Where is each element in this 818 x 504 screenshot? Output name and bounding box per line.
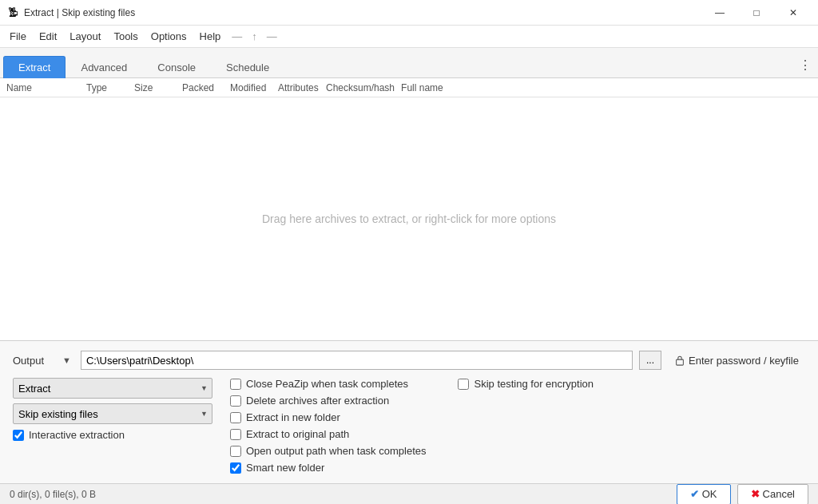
output-row: Output ▼ ... Enter password / keyfile: [13, 351, 805, 370]
menu-sep2: ↑: [247, 30, 262, 42]
delete-archives-checkbox[interactable]: [230, 395, 241, 407]
svg-rect-0: [677, 359, 684, 365]
open-output-label[interactable]: Open output path when task completes: [246, 445, 426, 457]
menu-tools[interactable]: Tools: [107, 27, 144, 46]
interactive-extraction-checkbox[interactable]: [13, 430, 24, 441]
extract-original-path-label[interactable]: Extract to original path: [246, 428, 349, 440]
output-label: Output: [13, 355, 53, 367]
window-controls: — □ ✕: [701, 0, 812, 26]
ok-label: OK: [702, 488, 717, 500]
menu-layout[interactable]: Layout: [63, 27, 107, 46]
col-type[interactable]: Type: [86, 82, 134, 93]
tab-schedule[interactable]: Schedule: [211, 56, 284, 78]
cancel-button[interactable]: ✖ Cancel: [737, 484, 808, 505]
close-peazip-checkbox[interactable]: [230, 379, 241, 390]
existing-dropdown-wrapper: Skip existing files Overwrite existing f…: [13, 403, 212, 424]
status-bar: 0 dir(s), 0 file(s), 0 B ✔ OK ✖ Cancel: [0, 483, 818, 504]
menu-sep3: —: [262, 30, 282, 42]
title-bar: 🗜 Extract | Skip existing files — □ ✕: [0, 0, 818, 26]
interactive-extraction-label[interactable]: Interactive extraction: [29, 429, 125, 441]
col-size[interactable]: Size: [134, 82, 182, 93]
menu-options[interactable]: Options: [145, 27, 193, 46]
menu-file[interactable]: File: [3, 27, 33, 46]
skip-testing-checkbox[interactable]: [458, 379, 469, 390]
minimize-button[interactable]: —: [701, 0, 738, 26]
ok-check-icon: ✔: [690, 488, 699, 500]
tab-console[interactable]: Console: [142, 56, 211, 78]
col-packed[interactable]: Packed: [182, 82, 230, 93]
password-button[interactable]: Enter password / keyfile: [668, 353, 805, 368]
drag-hint-text: Drag here archives to extract, or right-…: [262, 212, 556, 225]
tab-extract[interactable]: Extract: [3, 56, 66, 78]
window-title: Extract | Skip existing files: [24, 7, 701, 18]
right-col-2: Skip testing for encryption: [458, 378, 594, 474]
close-button[interactable]: ✕: [775, 0, 812, 26]
extract-original-path-checkbox[interactable]: [230, 429, 241, 440]
delete-archives-label[interactable]: Delete archives after extraction: [246, 395, 389, 407]
skip-testing-label[interactable]: Skip testing for encryption: [474, 378, 594, 390]
close-peazip-row: Close PeaZip when task completes: [230, 378, 426, 390]
col-modified[interactable]: Modified: [230, 82, 278, 93]
action-buttons: ✔ OK ✖ Cancel: [677, 484, 808, 505]
menu-edit[interactable]: Edit: [33, 27, 63, 46]
password-label: Enter password / keyfile: [689, 355, 799, 367]
bottom-panel: Output ▼ ... Enter password / keyfile Ex…: [0, 340, 818, 483]
extract-new-folder-label[interactable]: Extract in new folder: [246, 411, 340, 423]
smart-new-folder-checkbox[interactable]: [230, 462, 241, 474]
app-icon: 🗜: [6, 6, 19, 19]
options-row: Extract Extract with full paths Test Ski…: [13, 378, 805, 474]
extract-original-path-row: Extract to original path: [230, 428, 426, 440]
action-dropdown-wrapper: Extract Extract with full paths Test: [13, 378, 212, 399]
existing-dropdown[interactable]: Skip existing files Overwrite existing f…: [13, 403, 212, 424]
tab-more-button[interactable]: ⋮: [799, 58, 812, 73]
delete-archives-row: Delete archives after extraction: [230, 395, 426, 407]
browse-button[interactable]: ...: [639, 351, 661, 370]
left-options: Extract Extract with full paths Test Ski…: [13, 378, 220, 441]
output-path-input[interactable]: [81, 351, 633, 370]
column-headers: Name Type Size Packed Modified Attribute…: [0, 78, 818, 97]
smart-new-folder-row: Smart new folder: [230, 462, 426, 474]
output-expand-button[interactable]: ▼: [59, 354, 74, 367]
menu-bar: File Edit Layout Tools Options Help — ↑ …: [0, 26, 818, 48]
cancel-label: Cancel: [763, 488, 795, 500]
cancel-x-icon: ✖: [751, 488, 760, 500]
col-attributes[interactable]: Attributes: [278, 82, 326, 93]
right-col-1: Close PeaZip when task completes Delete …: [230, 378, 426, 474]
extract-new-folder-checkbox[interactable]: [230, 412, 241, 423]
skip-testing-row: Skip testing for encryption: [458, 378, 594, 390]
menu-help[interactable]: Help: [193, 27, 228, 46]
interactive-extraction-row: Interactive extraction: [13, 429, 220, 441]
open-output-row: Open output path when task completes: [230, 445, 426, 457]
col-checksum[interactable]: Checksum/hash: [326, 82, 401, 93]
status-info: 0 dir(s), 0 file(s), 0 B: [10, 489, 96, 500]
close-peazip-label[interactable]: Close PeaZip when task completes: [246, 378, 408, 390]
right-options: Close PeaZip when task completes Delete …: [230, 378, 805, 474]
extract-new-folder-row: Extract in new folder: [230, 411, 426, 423]
col-name[interactable]: Name: [6, 82, 86, 93]
ok-button[interactable]: ✔ OK: [677, 484, 731, 505]
lock-icon: [674, 355, 685, 366]
open-output-checkbox[interactable]: [230, 446, 241, 457]
action-dropdown[interactable]: Extract Extract with full paths Test: [13, 378, 212, 399]
col-fullname[interactable]: Full name: [401, 82, 450, 93]
tab-bar: Extract Advanced Console Schedule ⋮: [0, 48, 818, 78]
menu-sep1: —: [227, 30, 247, 42]
main-drop-area[interactable]: Drag here archives to extract, or right-…: [0, 97, 818, 340]
maximize-button[interactable]: □: [738, 0, 775, 26]
tab-advanced[interactable]: Advanced: [66, 56, 142, 78]
smart-new-folder-label[interactable]: Smart new folder: [246, 462, 324, 474]
